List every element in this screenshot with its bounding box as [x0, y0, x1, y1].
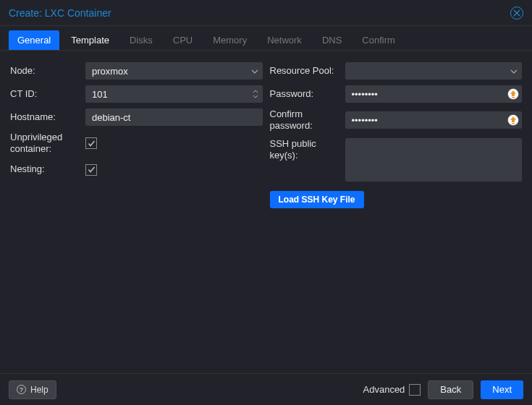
- tab-disks: Disks: [121, 30, 161, 50]
- hostname-label: Hostname:: [10, 111, 85, 123]
- ssh-key-row: SSH public key(s):: [270, 138, 523, 184]
- load-ssh-key-button[interactable]: Load SSH Key File: [270, 191, 364, 208]
- node-select[interactable]: [85, 62, 263, 80]
- left-column: Node: CT ID: Hostname:: [10, 62, 263, 366]
- form-body: Node: CT ID: Hostname:: [0, 51, 532, 373]
- confirm-password-input[interactable]: [345, 111, 523, 129]
- node-label: Node:: [10, 65, 85, 77]
- password-row: Password:: [270, 85, 523, 103]
- help-label: Help: [30, 385, 48, 395]
- close-icon[interactable]: [510, 7, 523, 20]
- ssh-key-label: SSH public key(s):: [270, 138, 345, 162]
- tab-memory: Memory: [204, 30, 256, 50]
- tab-bar: GeneralTemplateDisksCPUMemoryNetworkDNSC…: [0, 26, 532, 51]
- unprivileged-label: Unprivileged container:: [10, 132, 85, 155]
- resource-pool-label: Resource Pool:: [270, 65, 345, 77]
- password-input[interactable]: [345, 85, 523, 103]
- hostname-row: Hostname:: [10, 108, 263, 126]
- ctid-row: CT ID:: [10, 85, 263, 103]
- unprivileged-row: Unprivileged container:: [10, 132, 263, 155]
- hostname-input[interactable]: [85, 108, 263, 126]
- unprivileged-checkbox[interactable]: [85, 137, 97, 149]
- password-label: Password:: [270, 88, 345, 100]
- tab-dns: DNS: [313, 30, 350, 50]
- footer: ? Help Advanced Back Next: [0, 373, 532, 405]
- right-column: Resource Pool: Password: C: [270, 62, 523, 366]
- nesting-label: Nesting:: [10, 163, 85, 175]
- svg-rect-3: [512, 123, 515, 124]
- confirm-password-label: Confirm password:: [270, 108, 345, 132]
- tab-template[interactable]: Template: [62, 30, 118, 50]
- confirm-password-row: Confirm password:: [270, 108, 523, 132]
- svg-rect-1: [512, 97, 515, 98]
- caps-lock-icon: [507, 88, 519, 100]
- help-button[interactable]: ? Help: [9, 380, 56, 399]
- dialog-title: Create: LXC Container: [9, 7, 111, 19]
- ssh-key-textarea[interactable]: [345, 138, 523, 182]
- back-button[interactable]: Back: [428, 380, 473, 399]
- advanced-label: Advanced: [363, 384, 405, 395]
- advanced-checkbox[interactable]: [409, 384, 421, 396]
- node-row: Node:: [10, 62, 263, 80]
- resource-pool-row: Resource Pool:: [270, 62, 523, 80]
- nesting-row: Nesting:: [10, 161, 263, 179]
- tab-confirm: Confirm: [353, 30, 404, 50]
- help-icon: ?: [17, 385, 26, 394]
- advanced-toggle[interactable]: Advanced: [363, 384, 421, 396]
- next-button[interactable]: Next: [481, 380, 523, 399]
- tab-network: Network: [258, 30, 311, 50]
- tab-general[interactable]: General: [9, 30, 59, 50]
- ctid-label: CT ID:: [10, 88, 85, 100]
- resource-pool-select[interactable]: [345, 62, 523, 80]
- nesting-checkbox[interactable]: [85, 164, 97, 176]
- titlebar: Create: LXC Container: [0, 0, 532, 26]
- ctid-input[interactable]: [85, 85, 263, 103]
- caps-lock-icon: [507, 114, 519, 126]
- tab-cpu: CPU: [164, 30, 201, 50]
- create-lxc-dialog: Create: LXC Container GeneralTemplateDis…: [0, 0, 532, 405]
